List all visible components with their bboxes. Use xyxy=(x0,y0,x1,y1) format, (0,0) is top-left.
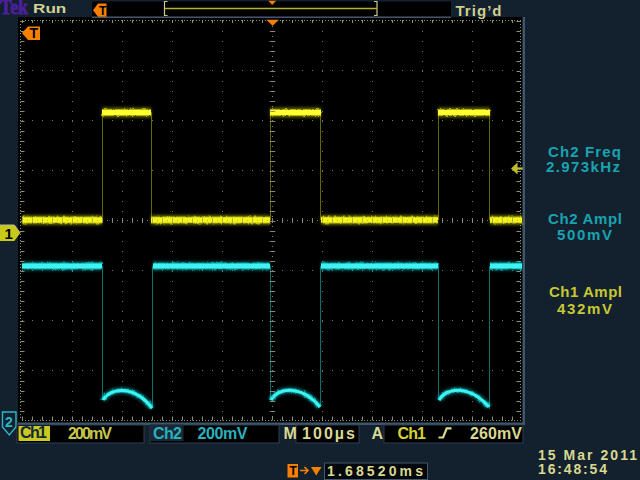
svg-text:A: A xyxy=(372,425,384,442)
svg-text:500mV: 500mV xyxy=(557,226,612,243)
svg-text:T: T xyxy=(290,464,298,478)
svg-text:200mV: 200mV xyxy=(68,425,112,442)
svg-text:Ch1: Ch1 xyxy=(398,425,427,442)
svg-text:432mV: 432mV xyxy=(557,300,612,317)
svg-text:200mV: 200mV xyxy=(198,425,248,442)
svg-text:260mV: 260mV xyxy=(470,425,522,442)
svg-text:T: T xyxy=(30,25,39,41)
svg-text:Ch2 Ampl: Ch2 Ampl xyxy=(548,210,622,227)
svg-text:16:48:54: 16:48:54 xyxy=(538,461,607,477)
svg-text:Ch1 Ampl: Ch1 Ampl xyxy=(549,283,622,300)
svg-text:Trig’d: Trig’d xyxy=(456,2,502,19)
svg-text:Tek: Tek xyxy=(0,0,29,18)
svg-text:Ch1: Ch1 xyxy=(20,424,47,441)
svg-text:100µs: 100µs xyxy=(302,425,355,442)
svg-text:2.973kHz: 2.973kHz xyxy=(546,158,620,175)
svg-text:Run: Run xyxy=(33,1,66,16)
svg-text:2: 2 xyxy=(5,414,13,430)
svg-text:Ch2: Ch2 xyxy=(153,425,182,442)
svg-text:1: 1 xyxy=(5,225,13,242)
svg-text:M: M xyxy=(284,425,297,442)
svg-text:T: T xyxy=(99,4,107,18)
